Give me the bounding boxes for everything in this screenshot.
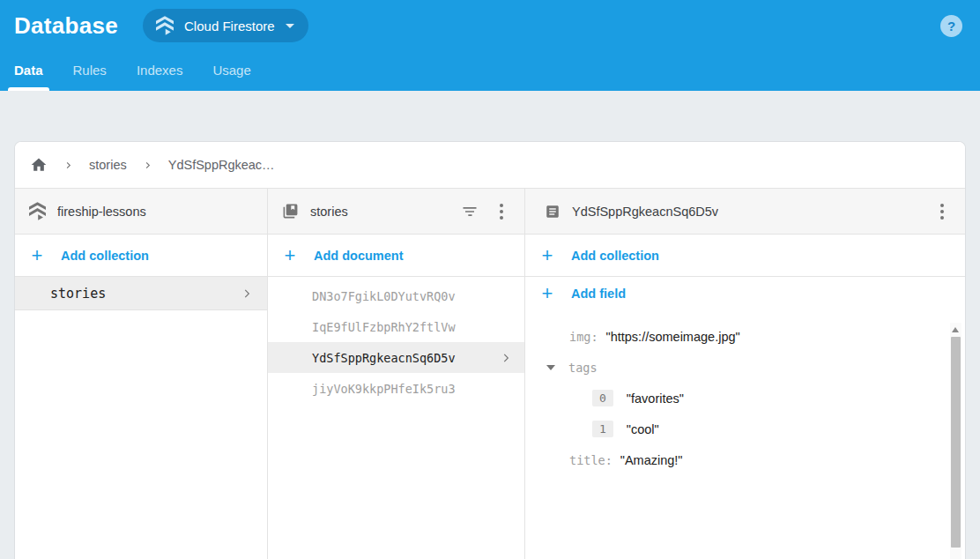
document-row[interactable]: DN3o7FgikL0DYutvRQ0v — [268, 280, 524, 311]
document-id: DN3o7FgikL0DYutvRQ0v — [312, 289, 456, 303]
panel-root-header: fireship-lessons — [15, 189, 267, 235]
tab-bar: Data Rules Indexes Usage — [0, 49, 980, 91]
collection-icon — [282, 202, 299, 220]
app-header: Database Cloud Firestore ? Data Rules In… — [0, 0, 980, 91]
document-row[interactable]: jiyVoK9kkpPHfeIk5ru3 — [268, 373, 524, 404]
document-header-actions — [937, 202, 947, 221]
array-index-badge: 1 — [592, 421, 613, 437]
add-collection-button[interactable]: + Add collection — [525, 235, 965, 277]
add-collection-label: Add collection — [61, 249, 149, 263]
add-collection-label: Add collection — [571, 249, 659, 263]
add-document-label: Add document — [314, 249, 404, 263]
document-row-selected[interactable]: YdSfSppRgkeacnSq6D5v — [268, 342, 524, 373]
panel-collection: stories + Add document DN3o7FgikL0DYutvR… — [268, 189, 525, 559]
tab-indexes[interactable]: Indexes — [137, 49, 183, 91]
collection-row-stories[interactable]: stories — [15, 277, 267, 310]
field-row-title[interactable]: title: "Amazing!" — [525, 444, 965, 475]
scrollbar-thumb[interactable] — [951, 337, 961, 548]
scrollbar[interactable] — [950, 323, 961, 559]
add-field-button[interactable]: + Add field — [525, 277, 965, 310]
add-field-label: Add field — [571, 287, 626, 301]
tab-rules[interactable]: Rules — [73, 49, 107, 91]
firestore-icon — [156, 16, 174, 35]
tab-usage[interactable]: Usage — [212, 49, 250, 91]
panel-root: fireship-lessons + Add collection storie… — [15, 189, 268, 559]
plus-icon: + — [540, 247, 554, 265]
panel-document: YdSfSppRgkeacnSq6D5v + Add collection + … — [525, 189, 965, 559]
field-row-tags[interactable]: tags — [525, 352, 965, 383]
collection-title: stories — [310, 205, 348, 219]
more-menu-icon[interactable] — [496, 202, 507, 221]
home-icon[interactable] — [30, 156, 48, 174]
breadcrumb-collection[interactable]: stories — [89, 158, 127, 172]
plus-icon: + — [30, 247, 44, 265]
chevron-right-icon — [63, 160, 73, 170]
breadcrumb-document: YdSfSppRgkeac… — [168, 158, 275, 172]
field-value: "Amazing!" — [620, 453, 683, 467]
chevron-right-icon — [143, 160, 152, 170]
tab-rules-label: Rules — [73, 63, 107, 78]
database-title: fireship-lessons — [57, 205, 146, 219]
chevron-right-icon — [500, 352, 512, 364]
page-title: Database — [14, 12, 118, 40]
product-selector-label: Cloud Firestore — [184, 19, 275, 34]
tab-data[interactable]: Data — [14, 49, 43, 91]
field-value: "https://someimage.jpg" — [606, 330, 740, 344]
panels-container: fireship-lessons + Add collection storie… — [15, 189, 965, 559]
plus-icon: + — [540, 285, 554, 302]
filter-icon[interactable] — [461, 203, 479, 220]
add-document-button[interactable]: + Add document — [268, 235, 524, 277]
document-id: IqE9fUlFzbpRhY2ftlVw — [312, 320, 456, 334]
array-item-row[interactable]: 1 "cool" — [525, 414, 965, 444]
collapse-arrow-icon[interactable] — [546, 365, 555, 370]
field-row-img[interactable]: img: "https://someimage.jpg" — [525, 321, 965, 352]
product-selector[interactable]: Cloud Firestore — [143, 9, 308, 42]
firestore-data-card: stories YdSfSppRgkeac… fireship-lessons — [14, 141, 966, 559]
chevron-down-icon — [286, 24, 294, 28]
field-key: title: — [569, 453, 612, 467]
array-item-value: "cool" — [627, 422, 659, 436]
help-icon: ? — [947, 19, 955, 34]
tab-indexes-label: Indexes — [137, 63, 183, 78]
main-area: stories YdSfSppRgkeac… fireship-lessons — [0, 91, 980, 559]
document-id: jiyVoK9kkpPHfeIk5ru3 — [312, 382, 456, 396]
collection-header-actions — [461, 202, 507, 221]
array-item-row[interactable]: 0 "favorites" — [525, 383, 965, 414]
panel-document-header: YdSfSppRgkeacnSq6D5v — [525, 189, 965, 235]
field-key: tags — [568, 361, 598, 375]
more-menu-icon[interactable] — [937, 202, 947, 221]
chevron-right-icon — [241, 287, 253, 300]
add-collection-button[interactable]: + Add collection — [15, 235, 267, 277]
field-key: img: — [569, 330, 598, 344]
tab-usage-label: Usage — [212, 63, 250, 78]
help-button[interactable]: ? — [940, 15, 962, 37]
firestore-icon — [29, 202, 46, 220]
tab-data-label: Data — [14, 63, 43, 78]
document-icon — [545, 204, 561, 220]
breadcrumb: stories YdSfSppRgkeac… — [15, 142, 965, 189]
plus-icon: + — [283, 247, 297, 265]
scroll-up-arrow-icon[interactable] — [952, 327, 959, 332]
collection-name: stories — [50, 286, 106, 302]
document-row[interactable]: IqE9fUlFzbpRhY2ftlVw — [268, 311, 524, 342]
document-id: YdSfSppRgkeacnSq6D5v — [312, 351, 456, 365]
array-index-badge: 0 — [592, 390, 613, 406]
panel-collection-header: stories — [268, 189, 524, 235]
document-title: YdSfSppRgkeacnSq6D5v — [572, 205, 718, 219]
field-list: img: "https://someimage.jpg" tags 0 "fav… — [525, 310, 965, 475]
array-item-value: "favorites" — [627, 391, 684, 406]
header-top-row: Database Cloud Firestore ? — [0, 0, 980, 49]
